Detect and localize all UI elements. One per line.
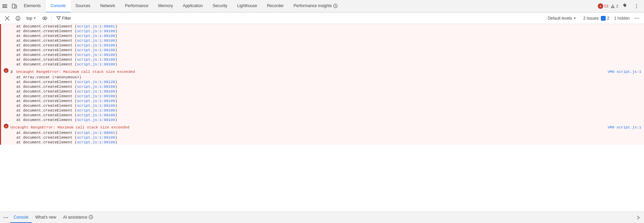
error-source-1[interactable]: VM9 script.js:1	[608, 70, 641, 74]
svg-rect-0	[2, 4, 7, 5]
stack-line: at document.createElement (script.js:1:9…	[1, 53, 644, 57]
stack-link[interactable]: script.js:1:99109	[77, 108, 115, 113]
stack-line: at document.createElement (script.js:1:9…	[1, 62, 644, 67]
toolbar-right: Default levels 2 Issues: ! 2 1 hidden	[545, 14, 641, 23]
stack-line: at document.createElement (script.js:1:9…	[1, 118, 644, 122]
stack-line: at document.createElement (script.js:1:9…	[1, 103, 644, 108]
error-message-2: Uncaught RangeError: Maximum call stack …	[11, 125, 606, 129]
hidden-label: 1 hidden	[614, 16, 630, 21]
stack-line: at document.createElement (script.js:1:9…	[1, 94, 644, 99]
toolbar-divider-1	[51, 15, 52, 22]
error-icon-2: ✕	[4, 124, 8, 130]
tab-network[interactable]: Network	[95, 0, 120, 13]
stack-link[interactable]: script.js:1:99109	[77, 85, 115, 89]
svg-rect-3	[12, 4, 15, 8]
bottom-more-icon[interactable]	[1, 213, 10, 222]
issues-count: 2	[607, 16, 609, 21]
svg-point-12	[636, 6, 637, 6]
filter-label: Filter	[62, 16, 71, 21]
default-levels-btn[interactable]: Default levels	[545, 15, 578, 21]
stack-link[interactable]: script.js:1:98991	[77, 24, 115, 28]
tab-application[interactable]: Application	[178, 0, 208, 13]
bottom-bar-right	[634, 213, 643, 222]
eye-icon-btn[interactable]	[40, 14, 49, 23]
stack-link[interactable]: script.js:1:99109	[77, 39, 115, 43]
bottom-tab-ai-assistance[interactable]: AI assistance	[60, 212, 96, 223]
error-header-2: ✕ Uncaught RangeError: Maximum call stac…	[1, 122, 644, 130]
stack-link[interactable]: script.js:1:98991	[77, 131, 115, 135]
stack-link[interactable]: script.js:1:99109	[77, 89, 115, 94]
stack-link[interactable]: script.js:1:99109	[77, 62, 115, 66]
more-toolbar-icon[interactable]	[632, 14, 641, 23]
stack-line: at document.createElement (script.js:1:9…	[1, 48, 644, 53]
stack-link[interactable]: script.js:1:99109	[77, 94, 115, 98]
stack-link[interactable]: script.js:1:99109	[77, 140, 115, 144]
more-options-icon[interactable]	[632, 1, 641, 11]
error-group-2: ✕ Uncaught RangeError: Maximum call stac…	[0, 122, 644, 145]
tab-performance[interactable]: Performance	[120, 0, 154, 13]
svg-point-21	[635, 18, 636, 18]
svg-point-16	[18, 19, 18, 20]
bottom-tab-whats-new[interactable]: What's new	[32, 212, 60, 223]
svg-rect-2	[2, 7, 7, 8]
devtools-menu-icon[interactable]	[0, 1, 10, 11]
console-output: at document.createElement (script.js:1:9…	[0, 24, 644, 211]
device-toolbar-icon[interactable]	[10, 1, 19, 11]
error-count-badge[interactable]: ✕ 53	[598, 3, 608, 9]
stack-line: at document.createElement (script.js:1:9…	[1, 99, 644, 103]
tab-lighthouse[interactable]: Lighthouse	[232, 0, 262, 13]
stack-link[interactable]: script.js:1:99109	[77, 48, 115, 52]
stack-link[interactable]: script.js:1:99109	[77, 118, 115, 122]
tab-bar-right: ✕ 53 2	[598, 0, 644, 12]
stack-link[interactable]: script.js:1:99109	[77, 136, 115, 140]
settings-icon[interactable]	[620, 1, 630, 11]
bottom-tab-console-label: Console	[14, 215, 29, 220]
stack-line: at document.createElement (script.js:1:9…	[1, 89, 644, 94]
stack-line: at document.createElement (script.js:1:9…	[1, 135, 644, 140]
stack-link[interactable]: script.js:1:99109	[77, 43, 115, 47]
tab-security[interactable]: Security	[208, 0, 232, 13]
clear-console-btn[interactable]	[3, 14, 12, 23]
bottom-tab-ai-label: AI assistance	[63, 215, 87, 220]
bottom-tab-whats-new-label: What's new	[35, 215, 56, 220]
stack-link[interactable]: script.js:1:99109	[77, 113, 115, 117]
preserve-log-btn[interactable]	[14, 14, 22, 23]
tab-sources[interactable]: Sources	[71, 0, 95, 13]
stack-link[interactable]: script.js:1:99109	[77, 99, 115, 103]
svg-point-30	[7, 217, 8, 218]
stack-line: at document.createElement (script.js:1:9…	[1, 130, 644, 135]
tab-console[interactable]: Console	[46, 0, 71, 13]
tab-performance-insights[interactable]: Performance insights	[289, 0, 343, 13]
stack-link[interactable]: script.js:1:99109	[77, 104, 115, 108]
issues-btn[interactable]: 2 Issues: ! 2	[581, 15, 611, 21]
svg-point-11	[636, 4, 637, 5]
stack-line: at Array.concat (<anonymous>)	[1, 75, 644, 80]
bottom-tab-console[interactable]: Console	[10, 212, 32, 223]
context-dropdown[interactable]: top	[24, 15, 38, 21]
tab-memory[interactable]: Memory	[154, 0, 178, 13]
svg-text:✕: ✕	[5, 125, 7, 128]
warning-count-badge[interactable]: 2	[610, 4, 618, 8]
stack-link[interactable]: script.js:1:99109	[77, 29, 115, 33]
error-source-2[interactable]: VM9 script.js:1	[608, 125, 641, 129]
stack-link[interactable]: script.js:1:99109	[77, 53, 115, 57]
chevron-right-btn[interactable]	[634, 213, 643, 222]
stack-line: at document.createElement (script.js:1:9…	[1, 24, 644, 29]
svg-point-22	[637, 18, 637, 18]
stack-link[interactable]: script.js:1:99128	[77, 80, 115, 84]
error-message-1: Uncaught RangeError: Maximum call stack …	[16, 70, 606, 74]
tab-recorder[interactable]: Recorder	[262, 0, 289, 13]
stack-link[interactable]: script.js:1:99109	[77, 34, 115, 38]
issues-label: 2 Issues:	[583, 16, 600, 21]
stack-link[interactable]: script.js:1:99109	[77, 58, 115, 62]
tab-performance-insights-label: Performance insights	[293, 3, 332, 8]
svg-point-28	[4, 217, 5, 218]
error-header-1: ✕ 2 Uncaught RangeError: Maximum call st…	[1, 67, 644, 75]
svg-text:✕: ✕	[600, 5, 602, 7]
tab-elements[interactable]: Elements	[19, 0, 46, 13]
error-circle: ✕	[598, 3, 603, 9]
filter-btn[interactable]: Filter	[54, 15, 74, 22]
error-group-1: ✕ 2 Uncaught RangeError: Maximum call st…	[0, 67, 644, 122]
stack-line: at document.createElement (script.js:1:9…	[1, 34, 644, 38]
stack-line: at document.createElement (script.js:1:9…	[1, 108, 644, 113]
